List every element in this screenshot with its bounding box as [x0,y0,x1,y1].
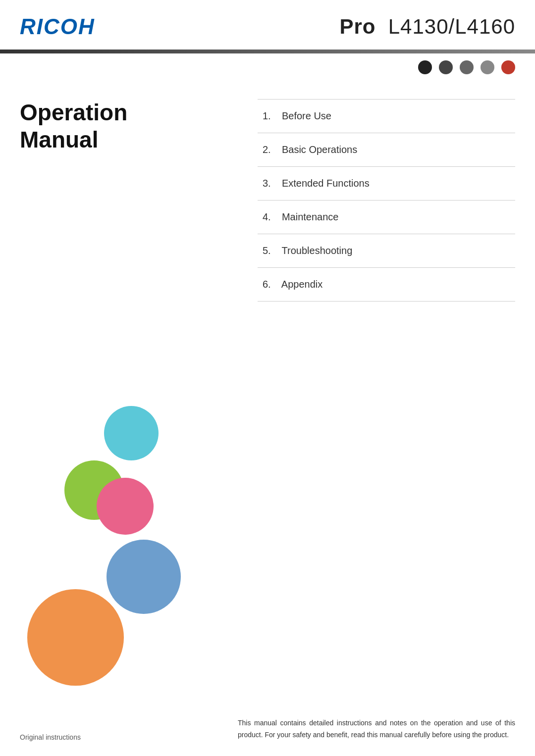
header-bar [0,50,535,53]
footer-description: This manual contains detailed instructio… [238,717,515,741]
toc-item-4[interactable]: 4. Maintenance [258,200,515,234]
header: RICOH Pro L4130/L4160 [0,0,535,45]
toc-number-6: 6. [263,279,271,290]
toc-item-2[interactable]: 2. Basic Operations [258,133,515,166]
toc-number-5: 5. [263,245,271,256]
toc-number-4: 4. [263,211,271,222]
product-model: L4130/L4160 [388,15,515,38]
nav-dot-4[interactable] [481,60,494,74]
circle-orange [27,589,124,686]
toc-label-6: Appendix [281,279,322,290]
toc-item-5[interactable]: 5. Troubleshooting [258,234,515,267]
nav-dot-1[interactable] [418,60,432,74]
nav-dot-3[interactable] [460,60,474,74]
toc-number-3: 3. [263,178,271,189]
nav-dot-2[interactable] [439,60,453,74]
footer: Original instructions This manual contai… [0,707,535,756]
toc-label-3: Extended Functions [282,178,370,189]
main-content: Operation Manual 1. Before Use 2. Basic … [0,79,535,302]
left-panel: Operation Manual [20,99,248,302]
ricoh-logo: RICOH [20,14,95,39]
circle-cyan [104,406,159,460]
toc-item-3[interactable]: 3. Extended Functions [258,166,515,200]
manual-title: Operation Manual [20,99,248,153]
dots-row [0,53,535,74]
toc-panel: 1. Before Use 2. Basic Operations 3. Ext… [248,99,515,302]
circles-illustration [0,406,248,713]
toc-item-6[interactable]: 6. Appendix [258,267,515,302]
toc-number-1: 1. [263,110,271,121]
circle-blue [107,540,181,614]
circle-pink [97,478,154,535]
toc-number-2: 2. [263,144,271,155]
toc-label-1: Before Use [282,110,331,121]
toc-label-4: Maintenance [282,211,339,222]
footer-original-instructions: Original instructions [20,733,81,741]
toc-label-2: Basic Operations [282,144,357,155]
toc-label-5: Troubleshooting [282,245,353,256]
product-prefix: Pro [339,15,375,38]
product-title: Pro L4130/L4160 [339,15,515,39]
nav-dot-5[interactable] [501,60,515,74]
toc-item-1[interactable]: 1. Before Use [258,99,515,133]
